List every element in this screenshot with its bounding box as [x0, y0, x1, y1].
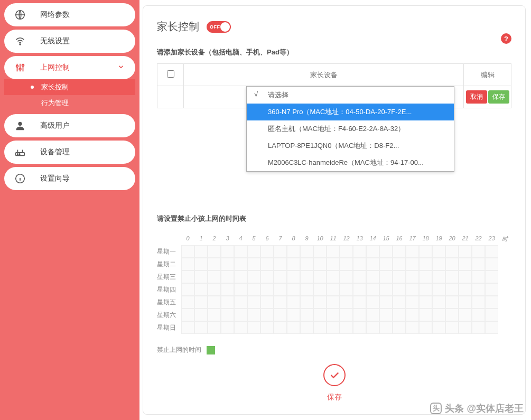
schedule-cell[interactable]	[485, 309, 498, 321]
schedule-cell[interactable]	[287, 258, 300, 270]
schedule-cell[interactable]	[419, 283, 432, 296]
schedule-cell[interactable]	[485, 270, 498, 283]
schedule-cell[interactable]	[379, 283, 393, 296]
schedule-cell[interactable]	[208, 245, 221, 258]
schedule-cell[interactable]	[300, 270, 313, 283]
schedule-cell[interactable]	[432, 245, 445, 258]
schedule-cell[interactable]	[287, 283, 300, 296]
sidebar-sub-parent-control[interactable]: 家长控制	[4, 79, 135, 95]
schedule-cell[interactable]	[366, 283, 379, 296]
schedule-cell[interactable]	[287, 270, 300, 283]
schedule-cell[interactable]	[445, 270, 459, 283]
schedule-cell[interactable]	[247, 296, 260, 309]
schedule-cell[interactable]	[472, 258, 485, 270]
schedule-cell[interactable]	[379, 309, 393, 321]
schedule-cell[interactable]	[247, 309, 260, 321]
sidebar-item-access-control[interactable]: 上网控制	[4, 56, 135, 79]
schedule-cell[interactable]	[353, 245, 366, 258]
schedule-cell[interactable]	[406, 270, 419, 283]
schedule-cell[interactable]	[221, 283, 234, 296]
schedule-cell[interactable]	[208, 258, 221, 270]
schedule-cell[interactable]	[472, 309, 485, 321]
schedule-cell[interactable]	[459, 321, 472, 334]
sidebar-item-advanced[interactable]: 高级用户	[4, 114, 135, 137]
schedule-cell[interactable]	[260, 283, 274, 296]
schedule-cell[interactable]	[379, 245, 393, 258]
schedule-cell[interactable]	[274, 321, 287, 334]
schedule-cell[interactable]	[234, 321, 247, 334]
schedule-cell[interactable]	[181, 296, 194, 309]
schedule-cell[interactable]	[234, 296, 247, 309]
schedule-cell[interactable]	[353, 283, 366, 296]
schedule-cell[interactable]	[393, 258, 406, 270]
schedule-cell[interactable]	[247, 270, 260, 283]
schedule-cell[interactable]	[327, 283, 340, 296]
schedule-cell[interactable]	[300, 258, 313, 270]
schedule-cell[interactable]	[432, 283, 445, 296]
schedule-cell[interactable]	[459, 283, 472, 296]
schedule-cell[interactable]	[393, 245, 406, 258]
schedule-cell[interactable]	[445, 321, 459, 334]
schedule-cell[interactable]	[432, 321, 445, 334]
schedule-cell[interactable]	[366, 296, 379, 309]
schedule-cell[interactable]	[379, 296, 393, 309]
schedule-cell[interactable]	[406, 321, 419, 334]
schedule-cell[interactable]	[287, 245, 300, 258]
schedule-cell[interactable]	[353, 321, 366, 334]
schedule-cell[interactable]	[379, 321, 393, 334]
device-dropdown[interactable]: 请选择 360-N7 Pro（MAC地址：04-50-DA-20-7F-2E..…	[246, 86, 454, 172]
schedule-cell[interactable]	[274, 296, 287, 309]
schedule-cell[interactable]	[260, 245, 274, 258]
schedule-cell[interactable]	[247, 245, 260, 258]
schedule-cell[interactable]	[472, 283, 485, 296]
schedule-cell[interactable]	[287, 309, 300, 321]
schedule-cell[interactable]	[313, 321, 327, 334]
schedule-cell[interactable]	[393, 283, 406, 296]
schedule-cell[interactable]	[181, 245, 194, 258]
schedule-cell[interactable]	[393, 270, 406, 283]
schedule-cell[interactable]	[208, 309, 221, 321]
schedule-cell[interactable]	[260, 321, 274, 334]
schedule-cell[interactable]	[419, 245, 432, 258]
schedule-cell[interactable]	[419, 309, 432, 321]
schedule-cell[interactable]	[419, 321, 432, 334]
schedule-cell[interactable]	[300, 321, 313, 334]
sidebar-item-device[interactable]: 设备管理	[4, 141, 135, 164]
schedule-cell[interactable]	[366, 321, 379, 334]
dropdown-option[interactable]: LAPTOP-8PE1JQN0（MAC地址：D8-F2...	[247, 137, 454, 154]
schedule-cell[interactable]	[472, 321, 485, 334]
schedule-cell[interactable]	[445, 283, 459, 296]
schedule-cell[interactable]	[432, 309, 445, 321]
schedule-cell[interactable]	[406, 296, 419, 309]
schedule-cell[interactable]	[366, 270, 379, 283]
schedule-cell[interactable]	[234, 258, 247, 270]
schedule-cell[interactable]	[445, 296, 459, 309]
dropdown-option[interactable]: M2006C3LC-hanmeideRe（MAC地址：94-17-00...	[247, 154, 454, 171]
schedule-cell[interactable]	[366, 245, 379, 258]
select-all-checkbox[interactable]	[167, 70, 174, 78]
schedule-cell[interactable]	[419, 270, 432, 283]
schedule-cell[interactable]	[459, 296, 472, 309]
cancel-button[interactable]: 取消	[466, 90, 487, 104]
toggle-switch[interactable]: OFF	[207, 21, 231, 33]
schedule-cell[interactable]	[194, 270, 208, 283]
schedule-cell[interactable]	[221, 296, 234, 309]
schedule-cell[interactable]	[221, 321, 234, 334]
schedule-cell[interactable]	[432, 296, 445, 309]
help-button[interactable]: ?	[501, 33, 511, 44]
sidebar-item-wireless[interactable]: 无线设置	[4, 30, 135, 53]
schedule-cell[interactable]	[406, 283, 419, 296]
schedule-cell[interactable]	[194, 309, 208, 321]
schedule-cell[interactable]	[340, 296, 353, 309]
schedule-cell[interactable]	[313, 283, 327, 296]
schedule-cell[interactable]	[181, 258, 194, 270]
schedule-cell[interactable]	[353, 270, 366, 283]
dropdown-placeholder[interactable]: 请选择	[247, 87, 454, 104]
schedule-cell[interactable]	[340, 321, 353, 334]
sidebar-item-network[interactable]: 网络参数	[4, 3, 135, 26]
schedule-cell[interactable]	[445, 245, 459, 258]
schedule-cell[interactable]	[221, 270, 234, 283]
schedule-cell[interactable]	[300, 296, 313, 309]
schedule-cell[interactable]	[472, 296, 485, 309]
schedule-cell[interactable]	[313, 245, 327, 258]
